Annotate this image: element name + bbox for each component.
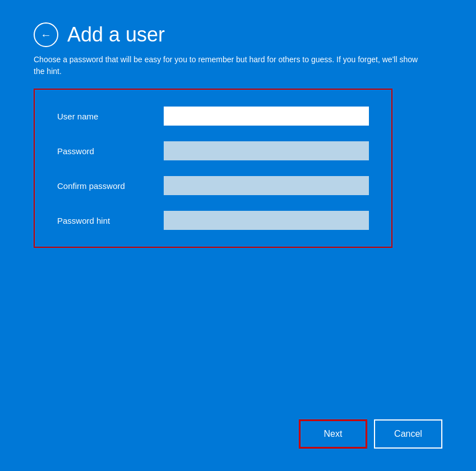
cancel-button[interactable]: Cancel — [374, 419, 442, 449]
password-input[interactable] — [164, 141, 369, 160]
confirm-password-row: Confirm password — [57, 176, 369, 195]
back-button[interactable]: ← — [34, 22, 58, 47]
username-label: User name — [57, 112, 164, 121]
password-hint-row: Password hint — [57, 211, 369, 230]
page-title: Add a user — [67, 23, 165, 47]
form-box: User name Password Confirm password Pass… — [34, 89, 392, 248]
confirm-password-label: Confirm password — [57, 181, 164, 191]
username-row: User name — [57, 107, 369, 126]
password-hint-input[interactable] — [164, 211, 369, 230]
next-button[interactable]: Next — [299, 419, 367, 449]
password-row: Password — [57, 141, 369, 160]
header: ← Add a user — [34, 22, 442, 47]
back-arrow-icon: ← — [40, 29, 52, 40]
username-input[interactable] — [164, 107, 369, 126]
page-container: ← Add a user Choose a password that will… — [0, 0, 476, 471]
password-label: Password — [57, 146, 164, 156]
confirm-password-input[interactable] — [164, 176, 369, 195]
subtitle-text: Choose a password that will be easy for … — [34, 54, 426, 77]
password-hint-label: Password hint — [57, 216, 164, 225]
bottom-buttons: Next Cancel — [299, 419, 442, 449]
